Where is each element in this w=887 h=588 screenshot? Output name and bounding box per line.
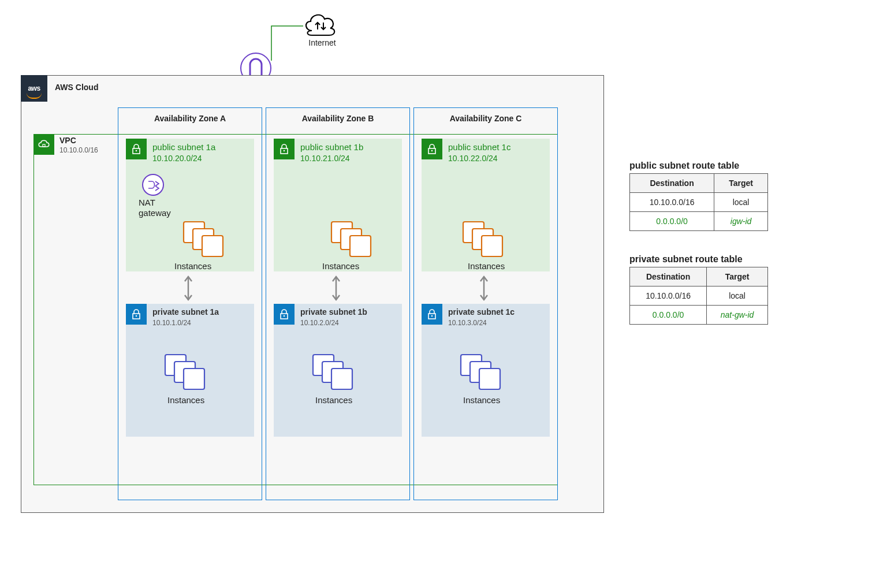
lock-icon [126,304,147,325]
nat-gateway-label-text: NAT gateway [139,198,171,218]
svg-point-24 [431,150,433,152]
aws-logo-text: aws [28,84,40,92]
ec2-instances-icon [311,352,356,393]
svg-rect-27 [482,236,502,256]
instances-label: Instances [315,395,352,405]
nat-gateway-label: NAT gateway [139,198,179,218]
svg-point-4 [143,174,163,195]
public-route-table: public subnet route table Destination Ta… [629,161,780,231]
private-route-table: private subnet route table Destination T… [629,254,780,325]
az-a-title: Availability Zone A [118,114,262,123]
aws-cloud-title: AWS Cloud [55,83,98,92]
instances-label: Instances [322,261,359,271]
private-subnet-1c-cidr: 10.10.3.0/24 [448,319,487,327]
public-subnet-1a-name: public subnet 1a [152,142,215,152]
nat-gateway-icon [141,173,165,196]
aws-logo-badge: aws [21,75,47,102]
cell-destination: 10.10.0.0/16 [630,286,707,306]
instances-label: Instances [463,395,500,405]
svg-rect-22 [331,369,352,389]
vpc-cidr: 10.10.0.0/16 [59,146,98,154]
svg-point-29 [431,315,433,317]
table-header-row: Destination Target [630,174,768,193]
col-destination: Destination [630,267,707,286]
public-subnet-1c-cidr: 10.10.22.0/24 [448,154,498,163]
lock-icon [422,304,442,325]
svg-rect-17 [350,236,371,256]
instances-label: Instances [468,261,505,271]
public-subnet-1b-cidr: 10.10.21.0/24 [300,154,350,163]
table-row: 10.10.0.0/16 local [630,193,768,212]
architecture-diagram: Internet IGW aws AWS Cloud VPC 10.10.0.0… [0,0,887,588]
az-b-title: Availability Zone B [266,114,409,123]
private-route-table-title: private subnet route table [629,254,780,265]
table-row: 0.0.0.0/0 igw-id [630,212,768,231]
svg-point-3 [136,150,137,152]
svg-point-14 [284,150,285,152]
svg-point-9 [136,315,137,317]
svg-point-19 [284,315,285,317]
internet-label: Internet [299,38,345,47]
public-subnet-1c-name: public subnet 1c [448,142,510,152]
ec2-instances-icon [181,219,226,260]
cell-destination: 10.10.0.0/16 [630,193,714,212]
table-row: 0.0.0.0/0 nat-gw-id [630,306,768,325]
internet-cloud-icon [300,9,341,40]
ec2-instances-icon [459,352,504,393]
private-subnet-1b-cidr: 10.10.2.0/24 [300,319,339,327]
private-route-table-grid: Destination Target 10.10.0.0/16 local 0.… [629,267,768,325]
cell-destination: 0.0.0.0/0 [630,306,707,325]
vpc-label: VPC [59,136,76,145]
instances-label: Instances [174,261,211,271]
table-row: 10.10.0.0/16 local [630,286,768,306]
lock-icon [422,139,442,159]
ec2-instances-icon [163,352,208,393]
col-target: Target [714,174,768,193]
private-subnet-1a-name: private subnet 1a [152,307,219,317]
lock-icon [274,304,295,325]
cell-target: nat-gw-id [707,306,768,325]
ec2-instances-icon [461,219,506,260]
public-route-table-title: public subnet route table [629,161,780,171]
svg-rect-32 [479,369,500,389]
public-subnet-1a-cidr: 10.10.20.0/24 [152,154,202,163]
az-c-title: Availability Zone C [414,114,557,123]
private-subnet-1b-name: private subnet 1b [300,307,367,317]
bidirectional-arrow-icon [182,274,194,302]
bidirectional-arrow-icon [330,274,342,302]
table-header-row: Destination Target [630,267,768,286]
public-subnet-1b-name: public subnet 1b [300,142,363,152]
private-subnet-1c-name: private subnet 1c [448,307,515,317]
cell-target: local [707,286,768,306]
cell-target: igw-id [714,212,768,231]
lock-icon [126,139,147,159]
ec2-instances-icon [329,219,374,260]
col-destination: Destination [630,174,714,193]
svg-rect-12 [184,369,204,389]
cell-target: local [714,193,768,212]
aws-smile-icon [27,93,42,99]
lock-icon [274,139,295,159]
instances-label: Instances [167,395,204,405]
svg-rect-7 [202,236,223,256]
bidirectional-arrow-icon [478,274,490,302]
col-target: Target [707,267,768,286]
vpc-badge-icon [33,134,54,155]
private-subnet-1a-cidr: 10.10.1.0/24 [152,319,191,327]
public-route-table-grid: Destination Target 10.10.0.0/16 local 0.… [629,173,768,231]
cell-destination: 0.0.0.0/0 [630,212,714,231]
